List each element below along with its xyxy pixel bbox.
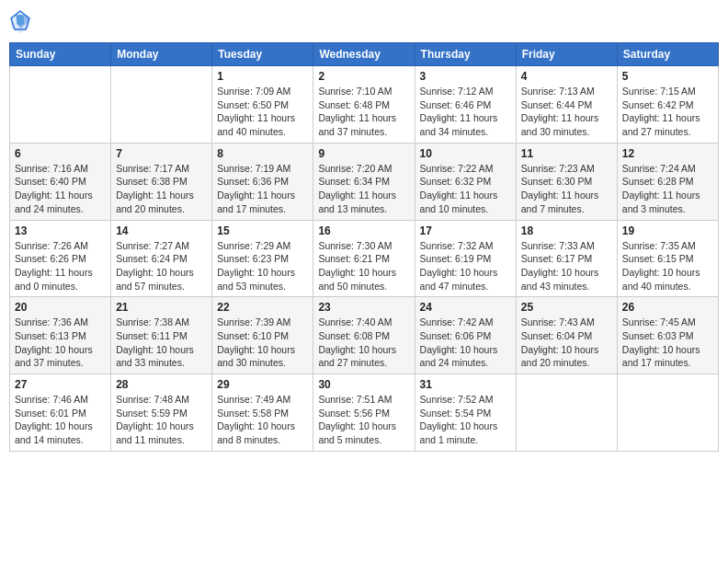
day-number: 14 [116,224,207,237]
calendar-day-12: 12Sunrise: 7:24 AM Sunset: 6:28 PM Dayli… [617,143,718,220]
day-info: Sunrise: 7:24 AM Sunset: 6:28 PM Dayligh… [622,162,713,216]
calendar-week-1: 1Sunrise: 7:09 AM Sunset: 6:50 PM Daylig… [10,66,719,144]
day-number: 19 [622,224,713,237]
day-info: Sunrise: 7:35 AM Sunset: 6:15 PM Dayligh… [622,239,713,293]
header-day-sunday: Sunday [10,43,111,66]
day-number: 8 [217,147,308,160]
header-day-friday: Friday [516,43,617,66]
day-number: 6 [15,147,106,160]
day-info: Sunrise: 7:26 AM Sunset: 6:26 PM Dayligh… [15,239,106,293]
day-info: Sunrise: 7:27 AM Sunset: 6:24 PM Dayligh… [116,239,207,293]
day-number: 13 [15,224,106,237]
header-day-tuesday: Tuesday [212,43,313,66]
day-number: 5 [622,70,713,83]
day-info: Sunrise: 7:42 AM Sunset: 6:06 PM Dayligh… [420,316,511,370]
calendar-day-24: 24Sunrise: 7:42 AM Sunset: 6:06 PM Dayli… [415,297,516,374]
day-number: 28 [116,378,207,391]
header-day-wednesday: Wednesday [313,43,415,66]
day-number: 7 [116,147,207,160]
calendar-day-2: 2Sunrise: 7:10 AM Sunset: 6:48 PM Daylig… [313,66,415,144]
calendar-day-7: 7Sunrise: 7:17 AM Sunset: 6:38 PM Daylig… [111,143,212,220]
day-info: Sunrise: 7:22 AM Sunset: 6:32 PM Dayligh… [420,162,511,216]
calendar-day-28: 28Sunrise: 7:48 AM Sunset: 5:59 PM Dayli… [111,374,212,452]
calendar-day-18: 18Sunrise: 7:33 AM Sunset: 6:17 PM Dayli… [516,220,617,297]
calendar-day-19: 19Sunrise: 7:35 AM Sunset: 6:15 PM Dayli… [617,220,718,297]
day-number: 3 [420,70,511,83]
day-number: 2 [318,70,409,83]
day-info: Sunrise: 7:49 AM Sunset: 5:58 PM Dayligh… [217,393,308,447]
calendar-week-5: 27Sunrise: 7:46 AM Sunset: 6:01 PM Dayli… [10,374,719,452]
calendar-day-23: 23Sunrise: 7:40 AM Sunset: 6:08 PM Dayli… [313,297,415,374]
empty-cell [10,66,111,144]
calendar-day-20: 20Sunrise: 7:36 AM Sunset: 6:13 PM Dayli… [10,297,111,374]
empty-cell [617,374,718,452]
day-number: 29 [217,378,308,391]
day-info: Sunrise: 7:36 AM Sunset: 6:13 PM Dayligh… [15,316,106,370]
day-number: 25 [521,301,612,314]
day-number: 17 [420,224,511,237]
header-day-monday: Monday [111,43,212,66]
day-number: 22 [217,301,308,314]
day-number: 26 [622,301,713,314]
calendar-day-11: 11Sunrise: 7:23 AM Sunset: 6:30 PM Dayli… [516,143,617,220]
calendar-day-16: 16Sunrise: 7:30 AM Sunset: 6:21 PM Dayli… [313,220,415,297]
calendar-day-25: 25Sunrise: 7:43 AM Sunset: 6:04 PM Dayli… [516,297,617,374]
day-number: 23 [318,301,409,314]
header [9,9,719,35]
calendar-day-6: 6Sunrise: 7:16 AM Sunset: 6:40 PM Daylig… [10,143,111,220]
day-info: Sunrise: 7:09 AM Sunset: 6:50 PM Dayligh… [217,85,308,139]
day-info: Sunrise: 7:48 AM Sunset: 5:59 PM Dayligh… [116,393,207,447]
day-info: Sunrise: 7:20 AM Sunset: 6:34 PM Dayligh… [318,162,409,216]
calendar-header-row: SundayMondayTuesdayWednesdayThursdayFrid… [10,43,719,66]
day-number: 31 [420,378,511,391]
day-number: 21 [116,301,207,314]
day-info: Sunrise: 7:38 AM Sunset: 6:11 PM Dayligh… [116,316,207,370]
day-number: 4 [521,70,612,83]
calendar-week-3: 13Sunrise: 7:26 AM Sunset: 6:26 PM Dayli… [10,220,719,297]
logo [9,9,33,35]
calendar-day-10: 10Sunrise: 7:22 AM Sunset: 6:32 PM Dayli… [415,143,516,220]
calendar-day-9: 9Sunrise: 7:20 AM Sunset: 6:34 PM Daylig… [313,143,415,220]
day-info: Sunrise: 7:33 AM Sunset: 6:17 PM Dayligh… [521,239,612,293]
calendar-body: 1Sunrise: 7:09 AM Sunset: 6:50 PM Daylig… [10,66,719,452]
day-number: 24 [420,301,511,314]
day-info: Sunrise: 7:15 AM Sunset: 6:42 PM Dayligh… [622,85,713,139]
calendar-week-2: 6Sunrise: 7:16 AM Sunset: 6:40 PM Daylig… [10,143,719,220]
empty-cell [516,374,617,452]
calendar-day-30: 30Sunrise: 7:51 AM Sunset: 5:56 PM Dayli… [313,374,415,452]
day-number: 27 [15,378,106,391]
calendar-day-17: 17Sunrise: 7:32 AM Sunset: 6:19 PM Dayli… [415,220,516,297]
day-info: Sunrise: 7:43 AM Sunset: 6:04 PM Dayligh… [521,316,612,370]
day-info: Sunrise: 7:52 AM Sunset: 5:54 PM Dayligh… [420,393,511,447]
calendar-day-26: 26Sunrise: 7:45 AM Sunset: 6:03 PM Dayli… [617,297,718,374]
day-number: 11 [521,147,612,160]
day-info: Sunrise: 7:12 AM Sunset: 6:46 PM Dayligh… [420,85,511,139]
day-number: 10 [420,147,511,160]
header-day-thursday: Thursday [415,43,516,66]
calendar: SundayMondayTuesdayWednesdayThursdayFrid… [9,42,719,452]
logo-icon [9,9,31,35]
day-info: Sunrise: 7:29 AM Sunset: 6:23 PM Dayligh… [217,239,308,293]
day-number: 9 [318,147,409,160]
day-info: Sunrise: 7:39 AM Sunset: 6:10 PM Dayligh… [217,316,308,370]
calendar-day-27: 27Sunrise: 7:46 AM Sunset: 6:01 PM Dayli… [10,374,111,452]
header-day-saturday: Saturday [617,43,718,66]
calendar-day-1: 1Sunrise: 7:09 AM Sunset: 6:50 PM Daylig… [212,66,313,144]
calendar-day-8: 8Sunrise: 7:19 AM Sunset: 6:36 PM Daylig… [212,143,313,220]
day-number: 16 [318,224,409,237]
calendar-day-5: 5Sunrise: 7:15 AM Sunset: 6:42 PM Daylig… [617,66,718,144]
calendar-week-4: 20Sunrise: 7:36 AM Sunset: 6:13 PM Dayli… [10,297,719,374]
calendar-day-29: 29Sunrise: 7:49 AM Sunset: 5:58 PM Dayli… [212,374,313,452]
day-info: Sunrise: 7:51 AM Sunset: 5:56 PM Dayligh… [318,393,409,447]
day-info: Sunrise: 7:17 AM Sunset: 6:38 PM Dayligh… [116,162,207,216]
day-number: 20 [15,301,106,314]
calendar-day-21: 21Sunrise: 7:38 AM Sunset: 6:11 PM Dayli… [111,297,212,374]
day-info: Sunrise: 7:23 AM Sunset: 6:30 PM Dayligh… [521,162,612,216]
day-info: Sunrise: 7:32 AM Sunset: 6:19 PM Dayligh… [420,239,511,293]
day-info: Sunrise: 7:13 AM Sunset: 6:44 PM Dayligh… [521,85,612,139]
calendar-day-22: 22Sunrise: 7:39 AM Sunset: 6:10 PM Dayli… [212,297,313,374]
day-info: Sunrise: 7:45 AM Sunset: 6:03 PM Dayligh… [622,316,713,370]
day-info: Sunrise: 7:10 AM Sunset: 6:48 PM Dayligh… [318,85,409,139]
day-info: Sunrise: 7:40 AM Sunset: 6:08 PM Dayligh… [318,316,409,370]
calendar-day-13: 13Sunrise: 7:26 AM Sunset: 6:26 PM Dayli… [10,220,111,297]
